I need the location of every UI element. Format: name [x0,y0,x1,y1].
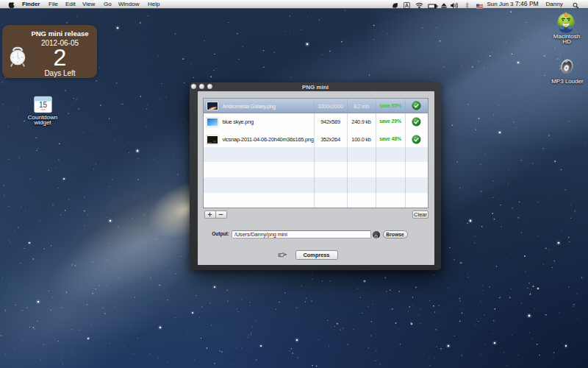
svg-text:June: June [40,108,46,111]
